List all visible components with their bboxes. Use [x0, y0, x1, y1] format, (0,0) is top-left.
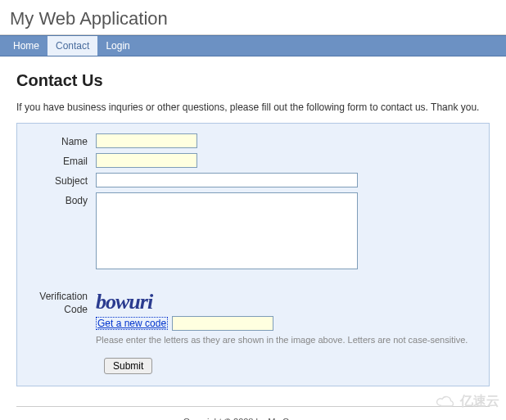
field-body-row: Body	[29, 192, 477, 272]
page-footer: Copyright © 2008 by My Company. All Righ…	[16, 406, 490, 420]
name-label: Name	[29, 133, 96, 147]
app-title: My Web Application	[10, 8, 496, 29]
nav-contact[interactable]: Contact	[47, 36, 97, 56]
field-name-row: Name	[29, 133, 477, 148]
body-textarea[interactable]	[96, 192, 358, 269]
field-email-row: Email	[29, 153, 477, 168]
captcha-refresh-link[interactable]: Get a new code	[96, 317, 168, 330]
captcha-image: bowuri	[96, 288, 157, 316]
watermark: 亿速云	[435, 393, 499, 410]
contact-form: Name Email Subject Body Verification Cod	[16, 123, 490, 386]
main-nav: Home Contact Login	[0, 35, 506, 56]
field-subject-row: Subject	[29, 173, 477, 187]
page-intro: If you have business inquries or other q…	[16, 102, 490, 113]
subject-input[interactable]	[96, 173, 358, 187]
nav-login[interactable]: Login	[97, 36, 138, 56]
subject-label: Subject	[29, 173, 96, 187]
email-input[interactable]	[96, 153, 197, 168]
captcha-input[interactable]	[172, 316, 273, 331]
email-label: Email	[29, 153, 96, 167]
captcha-hint: Please enter the letters as they are sho…	[96, 334, 477, 346]
captcha-label: Verification Code	[29, 288, 96, 316]
submit-button[interactable]: Submit	[104, 358, 152, 374]
body-label: Body	[29, 192, 96, 206]
app-header: My Web Application	[0, 0, 506, 35]
footer-copyright: Copyright © 2008 by My Company.	[16, 415, 490, 420]
cloud-icon	[435, 395, 458, 409]
watermark-text: 亿速云	[460, 393, 499, 410]
page-heading: Contact Us	[16, 71, 490, 90]
field-captcha-row: Verification Code bowuri Get a new code …	[29, 288, 477, 346]
page-content: Contact Us If you have business inquries…	[0, 56, 506, 420]
name-input[interactable]	[96, 133, 197, 148]
nav-home[interactable]: Home	[5, 36, 47, 56]
